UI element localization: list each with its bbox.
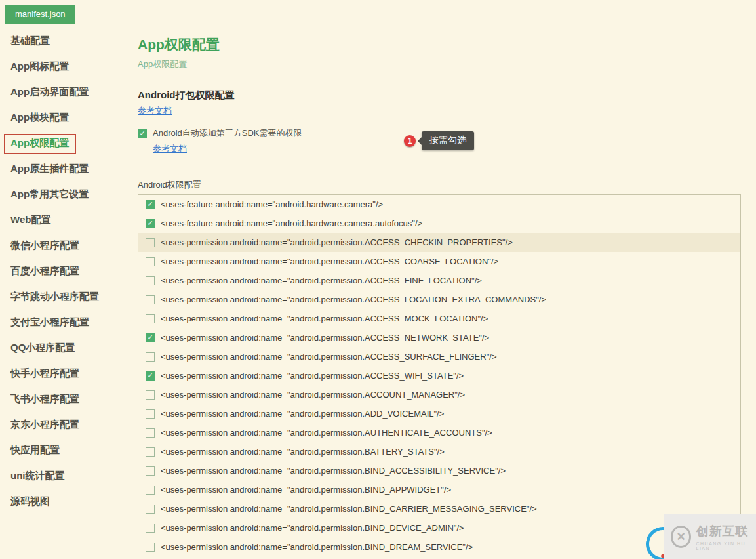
permission-checkbox[interactable]: ✓ bbox=[146, 371, 155, 381]
sidebar-item[interactable]: 快手小程序配置 bbox=[0, 361, 111, 386]
permission-checkbox[interactable] bbox=[146, 390, 155, 400]
permission-row[interactable]: <uses-permission android:name="android.p… bbox=[138, 309, 740, 328]
permission-text: <uses-permission android:name="android.p… bbox=[161, 371, 464, 381]
sidebar-item[interactable]: 字节跳动小程序配置 bbox=[0, 284, 111, 310]
sidebar-item-label: 基础配置 bbox=[10, 35, 50, 47]
permission-checkbox[interactable] bbox=[146, 276, 155, 285]
sidebar-item[interactable]: uni统计配置 bbox=[0, 463, 111, 489]
permission-text: <uses-permission android:name="android.p… bbox=[161, 409, 444, 419]
permission-checkbox[interactable]: ✓ bbox=[146, 333, 155, 342]
permission-text: <uses-permission android:name="android.p… bbox=[161, 295, 546, 304]
permission-row[interactable]: <uses-permission android:name="android.p… bbox=[138, 252, 740, 271]
permission-row[interactable]: <uses-permission android:name="android.p… bbox=[138, 404, 740, 423]
permission-text: <uses-permission android:name="android.p… bbox=[161, 390, 465, 400]
permission-row[interactable]: ✓<uses-feature android:name="android.har… bbox=[138, 195, 740, 214]
permission-list-label: Android权限配置 bbox=[138, 179, 756, 191]
sidebar-item[interactable]: 源码视图 bbox=[0, 489, 111, 514]
sidebar-item-label: 百度小程序配置 bbox=[10, 265, 79, 278]
sidebar-item-label: 字节跳动小程序配置 bbox=[10, 291, 99, 303]
section-heading-android-packaging: Android打包权限配置 bbox=[138, 89, 756, 102]
reference-doc-link[interactable]: 参考文档 bbox=[138, 105, 172, 117]
permission-checkbox[interactable] bbox=[146, 543, 155, 552]
permission-list: ✓<uses-feature android:name="android.har… bbox=[138, 194, 741, 559]
permission-text: <uses-permission android:name="android.p… bbox=[161, 504, 537, 514]
sidebar-item-label: Web配置 bbox=[10, 214, 50, 226]
sidebar-item-label: App图标配置 bbox=[10, 60, 69, 73]
sidebar-item[interactable]: App权限配置 bbox=[0, 131, 111, 156]
sidebar-item[interactable]: QQ小程序配置 bbox=[0, 335, 111, 361]
sdk-reference-doc-link[interactable]: 参考文档 bbox=[153, 143, 187, 155]
permission-checkbox[interactable] bbox=[146, 314, 155, 323]
sdk-permission-checkbox[interactable]: ✓ bbox=[138, 129, 147, 138]
permission-checkbox[interactable] bbox=[146, 428, 155, 438]
sidebar-item-label: 微信小程序配置 bbox=[10, 239, 79, 252]
permission-text: <uses-permission android:name="android.p… bbox=[161, 542, 473, 552]
permission-row[interactable]: <uses-permission android:name="android.p… bbox=[138, 385, 740, 404]
permission-text: <uses-feature android:name="android.hard… bbox=[161, 199, 383, 209]
permission-row[interactable]: ✓<uses-feature android:name="android.har… bbox=[138, 214, 740, 233]
sidebar-item[interactable]: 微信小程序配置 bbox=[0, 233, 111, 259]
sidebar: 基础配置App图标配置App启动界面配置App模块配置App权限配置App原生插… bbox=[0, 23, 111, 559]
permission-text: <uses-permission android:name="android.p… bbox=[161, 276, 482, 285]
page-subtitle: App权限配置 bbox=[138, 58, 756, 70]
permission-checkbox[interactable] bbox=[146, 466, 155, 476]
permission-row[interactable]: <uses-permission android:name="android.p… bbox=[138, 423, 740, 442]
permission-text: <uses-permission android:name="android.p… bbox=[161, 523, 464, 533]
sidebar-item[interactable]: Web配置 bbox=[0, 207, 111, 233]
permission-text: <uses-permission android:name="android.p… bbox=[161, 352, 496, 362]
permission-checkbox[interactable] bbox=[146, 295, 155, 304]
permission-row[interactable]: ✓<uses-permission android:name="android.… bbox=[138, 328, 740, 347]
permission-checkbox[interactable] bbox=[146, 486, 155, 495]
permission-row[interactable]: <uses-permission android:name="android.p… bbox=[138, 233, 740, 252]
permission-checkbox[interactable] bbox=[146, 524, 155, 533]
permission-text: <uses-permission android:name="android.p… bbox=[161, 257, 498, 266]
permission-row[interactable]: <uses-permission android:name="android.p… bbox=[138, 271, 740, 290]
permission-row[interactable]: <uses-permission android:name="android.p… bbox=[138, 480, 740, 499]
sidebar-item[interactable]: App模块配置 bbox=[0, 105, 111, 131]
permission-row[interactable]: <uses-permission android:name="android.p… bbox=[138, 347, 740, 366]
permission-row[interactable]: <uses-permission android:name="android.p… bbox=[138, 556, 740, 559]
permission-checkbox[interactable] bbox=[146, 257, 155, 266]
sidebar-item[interactable]: App启动界面配置 bbox=[0, 79, 111, 105]
sidebar-item[interactable]: 飞书小程序配置 bbox=[0, 386, 111, 412]
step-number-badge: 1 bbox=[404, 135, 416, 147]
sidebar-item-label: App模块配置 bbox=[10, 112, 69, 124]
permission-text: <uses-feature android:name="android.hard… bbox=[161, 218, 422, 228]
permission-row[interactable]: <uses-permission android:name="android.p… bbox=[138, 290, 740, 309]
sidebar-item[interactable]: App常用其它设置 bbox=[0, 182, 111, 207]
permission-text: <uses-permission android:name="android.p… bbox=[161, 238, 513, 247]
permission-row[interactable]: <uses-permission android:name="android.p… bbox=[138, 442, 740, 461]
permission-text: <uses-permission android:name="android.p… bbox=[161, 314, 488, 323]
sidebar-item-label: 京东小程序配置 bbox=[10, 419, 79, 431]
watermark-texts: 创新互联 CHUANG XIN HU LIAN bbox=[696, 523, 756, 550]
permission-row[interactable]: <uses-permission android:name="android.p… bbox=[138, 499, 740, 518]
tab-label: manifest.json bbox=[15, 9, 66, 19]
permission-checkbox[interactable] bbox=[146, 352, 155, 362]
sidebar-item[interactable]: 快应用配置 bbox=[0, 438, 111, 463]
sidebar-item[interactable]: App原生插件配置 bbox=[0, 156, 111, 182]
permission-row[interactable]: ✓<uses-permission android:name="android.… bbox=[138, 366, 740, 385]
permission-checkbox[interactable]: ✓ bbox=[146, 200, 155, 209]
sidebar-item-label: App启动界面配置 bbox=[10, 86, 89, 98]
sidebar-item[interactable]: 京东小程序配置 bbox=[0, 412, 111, 438]
sidebar-item[interactable]: 百度小程序配置 bbox=[0, 259, 111, 284]
sidebar-item-label: App原生插件配置 bbox=[10, 163, 89, 175]
permission-checkbox[interactable] bbox=[146, 505, 155, 514]
tab-manifest-json[interactable]: manifest.json bbox=[5, 5, 75, 24]
permission-checkbox[interactable] bbox=[146, 409, 155, 419]
sidebar-item[interactable]: 基础配置 bbox=[0, 28, 111, 54]
sidebar-item-label: QQ小程序配置 bbox=[10, 342, 75, 354]
sidebar-item-label: 支付宝小程序配置 bbox=[10, 316, 89, 329]
sidebar-item[interactable]: 支付宝小程序配置 bbox=[0, 310, 111, 335]
permission-checkbox[interactable] bbox=[146, 447, 155, 457]
permission-text: <uses-permission android:name="android.p… bbox=[161, 447, 445, 457]
sidebar-item[interactable]: App图标配置 bbox=[0, 54, 111, 79]
permission-text: <uses-permission android:name="android.p… bbox=[161, 466, 506, 476]
permission-checkbox[interactable] bbox=[146, 238, 155, 247]
watermark-subtitle: CHUANG XIN HU LIAN bbox=[696, 541, 756, 550]
permission-checkbox[interactable]: ✓ bbox=[146, 219, 155, 228]
permission-row[interactable]: <uses-permission android:name="android.p… bbox=[138, 461, 740, 480]
watermark-logo-icon: × bbox=[671, 526, 691, 548]
permission-text: <uses-permission android:name="android.p… bbox=[161, 485, 451, 495]
watermark-name: 创新互联 bbox=[696, 523, 756, 540]
